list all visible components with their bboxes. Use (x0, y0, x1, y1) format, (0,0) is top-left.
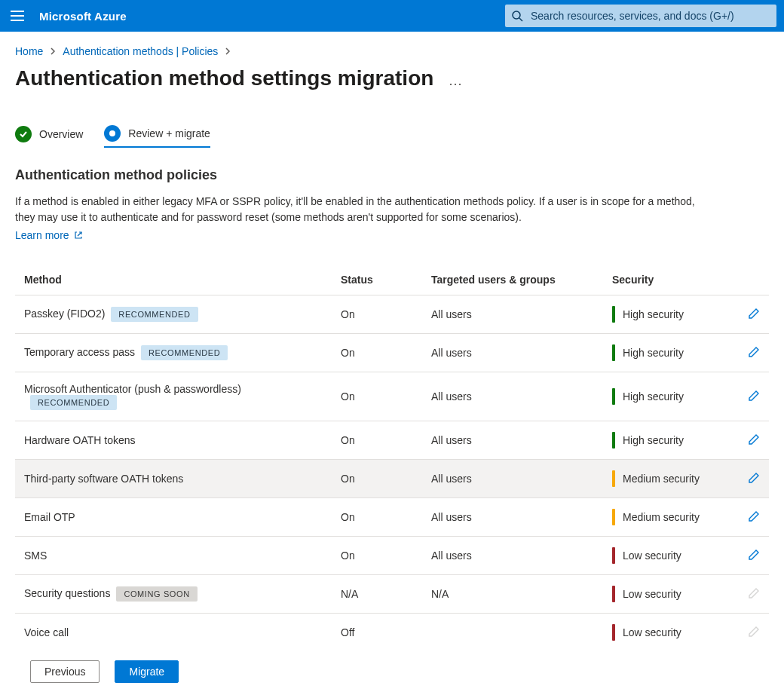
table-row[interactable]: Voice callOffLow security (15, 614, 769, 652)
security-level-indicator (612, 306, 615, 323)
check-circle-icon (15, 126, 32, 142)
chevron-right-icon (49, 47, 57, 55)
targeted-cell: All users (422, 372, 603, 421)
breadcrumb-home[interactable]: Home (15, 45, 43, 57)
search-icon (511, 10, 523, 22)
table-row[interactable]: Microsoft Authenticator (push & password… (15, 372, 769, 421)
method-name: Third-party software OATH tokens (24, 473, 183, 485)
page-title: Authentication method settings migration (15, 66, 433, 90)
hamburger-menu-icon[interactable] (8, 6, 27, 26)
table-row[interactable]: Email OTPOnAll usersMedium security (15, 498, 769, 537)
status-cell: On (332, 372, 422, 421)
status-cell: On (332, 537, 422, 575)
edit-icon[interactable] (748, 390, 760, 402)
status-cell: Off (332, 614, 422, 652)
targeted-cell (422, 614, 603, 652)
recommended-badge: RECOMMENDED (141, 345, 228, 360)
recommended-badge: RECOMMENDED (111, 307, 198, 322)
targeted-cell: All users (422, 334, 603, 372)
coming-soon-badge: COMING SOON (116, 586, 197, 602)
migrate-button[interactable]: Migrate (115, 660, 179, 683)
status-cell: On (332, 334, 422, 372)
table-row[interactable]: Security questionsCOMING SOONN/AN/ALow s… (15, 575, 769, 614)
status-cell: On (332, 295, 422, 334)
targeted-cell: All users (422, 421, 603, 460)
breadcrumb: Home Authentication methods | Policies (15, 45, 769, 57)
method-name: Temporary access pass (24, 346, 135, 358)
security-level-indicator (612, 344, 615, 361)
security-level-indicator (612, 432, 615, 448)
table-row[interactable]: Hardware OATH tokensOnAll usersHigh secu… (15, 421, 769, 460)
security-label: Low security (623, 588, 681, 600)
table-row[interactable]: Passkey (FIDO2)RECOMMENDEDOnAll usersHig… (15, 295, 769, 334)
external-link-icon (74, 231, 83, 240)
step-review-label: Review + migrate (128, 127, 210, 139)
security-level-indicator (612, 586, 615, 602)
security-label: Low security (623, 550, 681, 562)
method-name: Hardware OATH tokens (24, 434, 136, 446)
edit-icon[interactable] (748, 308, 760, 320)
col-targeted: Targeted users & groups (422, 265, 603, 295)
security-level-indicator (612, 547, 615, 564)
section-description: If a method is enabled in either legacy … (15, 194, 716, 225)
wizard-steps: Overview Review + migrate (15, 125, 769, 148)
status-cell: N/A (332, 575, 422, 614)
wizard-footer: Previous Migrate (0, 651, 784, 698)
learn-more-label: Learn more (15, 229, 69, 241)
method-name: SMS (24, 550, 47, 562)
security-level-indicator (612, 470, 615, 487)
edit-icon[interactable] (748, 510, 760, 522)
breadcrumb-policies[interactable]: Authentication methods | Policies (63, 45, 218, 57)
edit-icon[interactable] (748, 472, 760, 484)
security-level-indicator (612, 624, 615, 641)
section-heading: Authentication method policies (15, 167, 769, 183)
methods-table: Method Status Targeted users & groups Se… (15, 265, 769, 651)
svg-line-1 (519, 18, 522, 21)
targeted-cell: All users (422, 295, 603, 334)
edit-icon[interactable] (748, 346, 760, 358)
brand-label[interactable]: Microsoft Azure (39, 10, 127, 23)
col-method: Method (15, 265, 332, 295)
table-row[interactable]: Third-party software OATH tokensOnAll us… (15, 460, 769, 498)
edit-icon (748, 587, 760, 599)
recommended-badge: RECOMMENDED (30, 395, 117, 410)
step-review-migrate[interactable]: Review + migrate (104, 125, 210, 148)
global-search-input[interactable] (529, 5, 776, 27)
col-status: Status (332, 265, 422, 295)
security-label: High security (623, 390, 684, 403)
security-label: Medium security (623, 473, 700, 485)
targeted-cell: All users (422, 537, 603, 575)
svg-point-0 (513, 11, 520, 19)
edit-icon[interactable] (748, 549, 760, 561)
edit-icon[interactable] (748, 433, 760, 445)
targeted-cell: All users (422, 498, 603, 537)
edit-icon (748, 626, 760, 638)
current-step-dot-icon (104, 125, 121, 142)
status-cell: On (332, 498, 422, 537)
method-name: Email OTP (24, 511, 75, 523)
global-search[interactable] (505, 5, 776, 27)
security-label: Medium security (623, 511, 700, 523)
targeted-cell: All users (422, 460, 603, 498)
chevron-right-icon (224, 47, 231, 55)
table-row[interactable]: Temporary access passRECOMMENDEDOnAll us… (15, 334, 769, 372)
targeted-cell: N/A (422, 575, 603, 614)
step-overview[interactable]: Overview (15, 126, 83, 147)
security-label: High security (623, 347, 684, 359)
step-overview-label: Overview (39, 128, 83, 140)
learn-more-link[interactable]: Learn more (15, 229, 83, 241)
security-label: High security (623, 434, 684, 446)
more-actions-button[interactable]: ⋯ (449, 75, 464, 95)
previous-button[interactable]: Previous (30, 660, 100, 683)
status-cell: On (332, 460, 422, 498)
method-name: Passkey (FIDO2) (24, 308, 105, 320)
security-label: High security (623, 308, 684, 320)
status-cell: On (332, 421, 422, 460)
method-name: Voice call (24, 626, 69, 638)
col-security: Security (603, 265, 739, 295)
table-row[interactable]: SMSOnAll usersLow security (15, 537, 769, 575)
method-name: Security questions (24, 587, 110, 599)
method-name: Microsoft Authenticator (push & password… (24, 383, 241, 395)
security-label: Low security (623, 626, 681, 638)
security-level-indicator (612, 509, 615, 525)
